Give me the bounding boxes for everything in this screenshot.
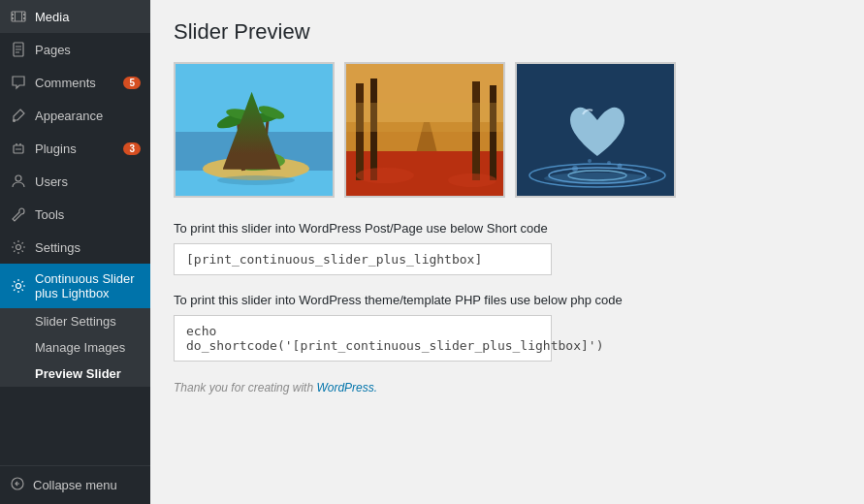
file-icon xyxy=(10,41,27,58)
sidebar-item-pages[interactable]: Pages xyxy=(0,33,150,66)
gear-active-icon xyxy=(10,277,27,295)
svg-rect-3 xyxy=(23,14,25,16)
svg-rect-4 xyxy=(23,17,25,19)
sidebar: Media Pages Comments 5 Appearance Plugin… xyxy=(0,0,150,504)
chat-icon xyxy=(10,74,27,91)
svg-rect-37 xyxy=(490,85,496,180)
preview-image-beach xyxy=(174,62,335,198)
page-title: Slider Preview xyxy=(174,19,841,45)
preview-image-water-heart xyxy=(515,62,676,198)
submenu-preview-slider[interactable]: Preview Slider xyxy=(0,361,150,387)
svg-rect-1 xyxy=(12,14,14,16)
svg-point-11 xyxy=(13,119,16,122)
svg-point-48 xyxy=(607,161,611,165)
shortcode-label-1: To print this slider into WordPress Post… xyxy=(174,221,841,236)
svg-point-16 xyxy=(16,175,21,181)
svg-rect-38 xyxy=(346,103,505,132)
wrench-icon xyxy=(10,205,27,223)
shortcode-label-2: To print this slider into WordPress them… xyxy=(174,293,841,307)
preview-image-forest xyxy=(344,62,505,198)
plugin-icon xyxy=(10,140,27,157)
sidebar-item-users[interactable]: Users xyxy=(0,165,150,198)
shortcode-box-1[interactable]: [print_continuous_slider_plus_lightbox] xyxy=(174,243,552,275)
brush-icon xyxy=(10,107,27,124)
svg-point-23 xyxy=(227,151,285,171)
sidebar-item-media-label: Media xyxy=(35,10,141,24)
svg-rect-21 xyxy=(176,132,335,171)
svg-point-39 xyxy=(356,168,414,183)
sidebar-item-tools[interactable]: Tools xyxy=(0,198,150,231)
svg-line-24 xyxy=(239,122,243,171)
submenu: Slider Settings Manage Images Preview Sl… xyxy=(0,308,150,387)
comments-badge: 5 xyxy=(123,77,141,89)
main-content: Slider Preview xyxy=(150,0,864,504)
film-icon xyxy=(10,8,27,25)
sidebar-item-continuous-slider[interactable]: Continuous Slider plus Lightbox xyxy=(0,264,150,308)
svg-point-18 xyxy=(16,284,21,289)
sidebar-item-tools-label: Tools xyxy=(35,207,141,222)
collapse-icon xyxy=(10,476,25,494)
svg-point-45 xyxy=(572,166,578,172)
svg-rect-5 xyxy=(15,12,16,21)
sidebar-item-settings-label: Settings xyxy=(35,240,141,255)
gear-icon xyxy=(10,238,27,256)
sidebar-item-media[interactable]: Media xyxy=(0,0,150,33)
sidebar-item-plugins[interactable]: Plugins 3 xyxy=(0,132,150,165)
footer-static-text: Thank you for creating with xyxy=(174,381,316,394)
sidebar-item-continuous-slider-label: Continuous Slider plus Lightbox xyxy=(35,271,141,300)
sidebar-item-comments[interactable]: Comments 5 xyxy=(0,66,150,99)
sidebar-item-appearance[interactable]: Appearance xyxy=(0,99,150,132)
svg-rect-6 xyxy=(21,12,22,21)
sidebar-item-comments-label: Comments xyxy=(35,76,115,90)
collapse-label: Collapse menu xyxy=(33,478,117,492)
footer-text: Thank you for creating with WordPress. xyxy=(174,381,841,394)
sidebar-item-pages-label: Pages xyxy=(35,43,141,57)
svg-point-47 xyxy=(588,159,592,163)
submenu-slider-settings[interactable]: Slider Settings xyxy=(0,308,150,334)
svg-point-49 xyxy=(544,173,651,184)
svg-point-17 xyxy=(16,245,21,250)
svg-point-46 xyxy=(618,164,623,169)
svg-rect-2 xyxy=(12,17,14,19)
sidebar-item-plugins-label: Plugins xyxy=(35,142,115,156)
sidebar-item-settings[interactable]: Settings xyxy=(0,231,150,264)
slider-preview-images xyxy=(174,62,841,198)
plugins-badge: 3 xyxy=(123,142,141,155)
person-icon xyxy=(10,173,27,190)
sidebar-item-users-label: Users xyxy=(35,174,141,189)
svg-rect-0 xyxy=(12,12,25,21)
svg-point-30 xyxy=(217,175,295,185)
sidebar-item-appearance-label: Appearance xyxy=(35,109,141,123)
shortcode-box-2[interactable]: echo do_shortcode('[print_continuous_sli… xyxy=(174,315,552,362)
collapse-menu-button[interactable]: Collapse menu xyxy=(0,465,150,504)
submenu-manage-images[interactable]: Manage Images xyxy=(0,334,150,361)
svg-point-40 xyxy=(448,173,496,187)
footer-link[interactable]: WordPress. xyxy=(316,381,377,394)
